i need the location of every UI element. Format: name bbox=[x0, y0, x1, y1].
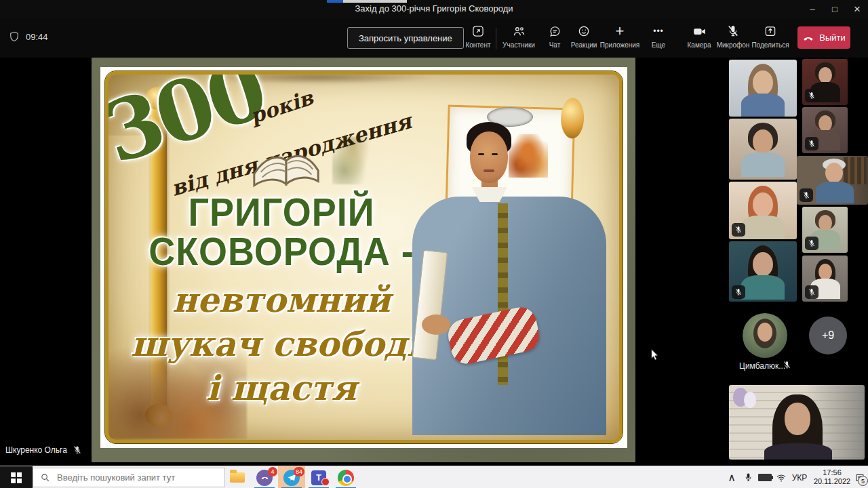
mic-muted-icon bbox=[805, 285, 818, 299]
portrait-eye bbox=[478, 153, 484, 155]
meeting-timer: 09:44 bbox=[26, 32, 48, 42]
autumn-flower-decoration bbox=[509, 134, 548, 178]
participant-video[interactable] bbox=[802, 59, 848, 105]
meeting-title: Захід до 300-річчя Григорія Сковороди bbox=[0, 3, 868, 14]
plus-icon: + bbox=[616, 23, 625, 39]
action-center-button[interactable]: 5 bbox=[852, 466, 868, 488]
toolbar-divider bbox=[496, 28, 496, 49]
overflow-participants-badge[interactable]: +9 bbox=[809, 317, 847, 354]
slide-subtitle-line3: і щастя bbox=[115, 368, 448, 408]
participant-video[interactable] bbox=[802, 107, 848, 153]
mic-muted-icon bbox=[726, 23, 740, 39]
clock-date: 20.11.2022 bbox=[808, 477, 856, 486]
maximize-button[interactable]: □ bbox=[824, 0, 846, 18]
mic-muted-icon bbox=[805, 137, 818, 150]
mic-muted-icon bbox=[805, 237, 818, 250]
tray-mic-icon[interactable] bbox=[741, 466, 755, 488]
share-button[interactable]: Поделиться bbox=[751, 23, 789, 54]
more-button[interactable]: ••• Еще bbox=[639, 23, 677, 54]
slide-subtitle-line1: невтомний bbox=[115, 280, 448, 320]
telegram-badge: 84 bbox=[294, 467, 304, 476]
taskbar-clock[interactable]: 17:56 20.11.2022 bbox=[808, 468, 856, 486]
apps-button[interactable]: + Приложения bbox=[601, 23, 639, 54]
portrait-face bbox=[470, 131, 508, 183]
teams-meeting-window: Захід до 300-річчя Григорія Сковороди – … bbox=[0, 0, 868, 488]
portrait-eye bbox=[492, 153, 498, 155]
teams-button[interactable]: T bbox=[305, 466, 332, 488]
participant-video-large[interactable] bbox=[729, 385, 865, 460]
language-indicator[interactable]: УКР bbox=[789, 466, 810, 488]
coat-trim bbox=[498, 203, 508, 385]
notification-count-badge: 5 bbox=[858, 476, 868, 486]
clock-time: 17:56 bbox=[808, 468, 856, 477]
telegram-button[interactable]: 84 bbox=[278, 466, 305, 488]
portrait-hand bbox=[422, 314, 450, 335]
mic-muted-icon bbox=[732, 285, 745, 299]
participant-video[interactable] bbox=[729, 182, 797, 239]
teams-notification-dot bbox=[321, 478, 330, 486]
screen-share-icon bbox=[471, 23, 485, 39]
skovoroda-portrait bbox=[407, 89, 614, 435]
emoji-icon bbox=[577, 23, 591, 39]
participant-video[interactable] bbox=[802, 256, 848, 302]
slide-frame: 300 років від дня народження ГРИГОРІЙ СК… bbox=[100, 67, 627, 448]
window-titlebar: Захід до 300-річчя Григорія Сковороди – … bbox=[0, 0, 868, 18]
handset-icon bbox=[802, 32, 814, 44]
camera-button[interactable]: Камера bbox=[680, 23, 718, 54]
tray-expand-button[interactable]: ∧ bbox=[724, 466, 739, 488]
participant-video[interactable] bbox=[729, 241, 797, 302]
viber-badge: 4 bbox=[268, 467, 277, 476]
balloon-decoration bbox=[744, 392, 756, 408]
camera-icon bbox=[692, 23, 707, 39]
bookshelf-background bbox=[844, 157, 867, 184]
participant-avatar[interactable] bbox=[743, 313, 787, 358]
progress-fill bbox=[327, 0, 343, 3]
slide-title-line1: ГРИГОРІЙ bbox=[129, 190, 434, 234]
mic-muted-icon bbox=[73, 445, 82, 455]
mic-muted-icon bbox=[805, 89, 818, 102]
request-control-button[interactable]: Запросить управление bbox=[347, 27, 464, 49]
presenter-name: Шкуренко Ольга bbox=[5, 445, 67, 455]
portrait-mouth bbox=[484, 169, 494, 172]
participant-video[interactable] bbox=[802, 207, 848, 253]
chrome-icon bbox=[338, 470, 354, 486]
participant-video[interactable] bbox=[729, 60, 797, 117]
participant-video[interactable] bbox=[797, 156, 868, 205]
search-input[interactable] bbox=[56, 472, 218, 483]
taskbar-search[interactable] bbox=[33, 468, 225, 487]
minimize-button[interactable]: – bbox=[802, 0, 823, 18]
share-progress-bar bbox=[327, 0, 407, 3]
leave-button[interactable]: Выйти bbox=[797, 26, 850, 49]
mic-muted-icon bbox=[732, 223, 745, 237]
chat-icon bbox=[549, 23, 561, 39]
mic-button[interactable]: Микрофон bbox=[714, 23, 752, 54]
participant-video[interactable] bbox=[729, 119, 797, 180]
viber-button[interactable]: 4 bbox=[251, 466, 278, 488]
slide-title-line2: СКОВОРОДА - bbox=[129, 229, 434, 273]
more-dots-icon: ••• bbox=[653, 23, 664, 39]
participant-name: Цимбалюк... bbox=[739, 361, 785, 371]
folder-icon bbox=[230, 472, 245, 483]
slide-subtitle-line2: шукач свободи bbox=[115, 324, 448, 364]
share-up-icon bbox=[764, 23, 777, 39]
meeting-toolbar: 09:44 Запросить управление Контент Участ… bbox=[0, 18, 868, 58]
mouse-cursor bbox=[650, 348, 661, 363]
battery-icon[interactable] bbox=[757, 466, 773, 488]
participants-sidebar: Цимбалюк... +9 bbox=[723, 58, 868, 466]
search-icon bbox=[40, 472, 50, 483]
shield-icon bbox=[8, 30, 20, 45]
file-explorer-button[interactable] bbox=[224, 466, 251, 488]
content-button[interactable]: Контент bbox=[459, 23, 497, 54]
mic-muted-icon bbox=[783, 360, 791, 372]
mic-muted-icon bbox=[800, 188, 813, 202]
start-button[interactable] bbox=[0, 466, 33, 488]
presenter-label: Шкуренко Ольга bbox=[5, 445, 82, 455]
participants-button[interactable]: Участники bbox=[500, 23, 538, 54]
reactions-button[interactable]: Реакции bbox=[565, 23, 603, 54]
windows-taskbar: 4 84 T ∧ УКР 17:56 20.11.2022 5 bbox=[0, 466, 868, 488]
close-button[interactable]: ✕ bbox=[846, 0, 868, 18]
wifi-icon[interactable] bbox=[774, 466, 789, 488]
shared-screen-stage: 300 років від дня народження ГРИГОРІЙ СК… bbox=[0, 58, 723, 466]
chrome-button[interactable] bbox=[332, 466, 359, 488]
windows-logo-icon bbox=[11, 472, 22, 483]
